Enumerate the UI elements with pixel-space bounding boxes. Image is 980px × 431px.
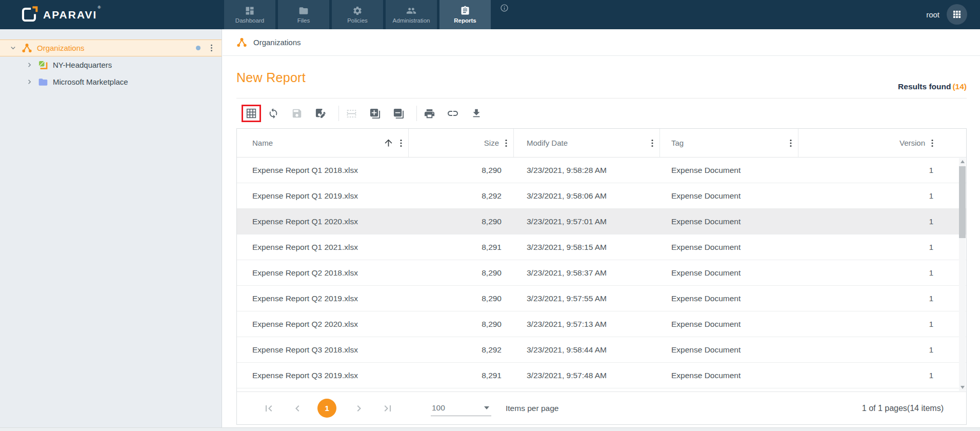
column-menu-icon[interactable] — [501, 138, 511, 148]
info-icon[interactable] — [500, 4, 509, 14]
next-page-button[interactable] — [353, 402, 365, 415]
cell-name: Expense Report Q1 2019.xlsx — [237, 191, 409, 201]
breadcrumb-item[interactable]: Organizations — [253, 38, 301, 47]
column-menu-icon[interactable] — [927, 138, 937, 148]
table-columns-button[interactable] — [245, 107, 257, 120]
toolbar-divider — [338, 106, 339, 121]
download-icon — [471, 108, 482, 119]
cell-tag: Expense Document — [660, 320, 798, 329]
user-menu[interactable]: root — [926, 0, 939, 29]
current-page-button[interactable]: 1 — [317, 399, 336, 418]
cell-version: 1 — [798, 320, 966, 329]
first-page-icon — [263, 402, 275, 415]
chevron-right-icon[interactable] — [23, 77, 36, 86]
tab-label: Dashboard — [235, 17, 264, 24]
cell-tag: Expense Document — [660, 268, 798, 278]
cell-modify-date: 3/23/2021, 9:57:01 AM — [514, 217, 660, 226]
column-label: Tag — [671, 139, 684, 147]
tree-item-organizations[interactable]: Organizations — [0, 40, 222, 56]
column-header-name[interactable]: Name — [237, 129, 409, 157]
results-count: (14) — [952, 82, 967, 91]
tab-reports[interactable]: Reports — [439, 0, 491, 29]
table-row[interactable]: Expense Report Q2 2020.xlsx8,2903/23/202… — [237, 311, 966, 337]
chevron-right-icon[interactable] — [23, 61, 36, 69]
scrollbar-thumb[interactable] — [959, 166, 966, 238]
table-row[interactable]: Expense Report Q3 2018.xlsx8,2923/23/202… — [237, 337, 966, 363]
cell-version: 1 — [798, 371, 966, 380]
cell-name: Expense Report Q2 2019.xlsx — [237, 294, 409, 303]
people-icon — [406, 6, 417, 16]
save-icon — [291, 108, 303, 119]
column-header-modify-date[interactable]: Modify Date — [514, 129, 660, 157]
apps-grid-icon — [952, 9, 962, 19]
link-button[interactable] — [447, 107, 459, 120]
column-menu-icon[interactable] — [647, 138, 657, 148]
chevron-down-icon[interactable] — [6, 44, 19, 52]
expand-all-button[interactable] — [369, 107, 381, 120]
organization-icon — [22, 43, 32, 53]
scroll-up-arrow[interactable] — [961, 160, 965, 163]
table-row[interactable]: Expense Report Q1 2021.xlsx8,2913/23/202… — [237, 234, 966, 260]
table-row[interactable]: Expense Report Q1 2018.xlsx8,2903/23/202… — [237, 158, 966, 183]
column-label: Version — [899, 139, 925, 147]
scroll-down-arrow[interactable] — [961, 386, 965, 389]
collapse-all-button[interactable] — [392, 107, 405, 120]
tree-item-microsoft-marketplace[interactable]: Microsoft Marketplace — [0, 73, 222, 90]
tab-policies[interactable]: Policies — [332, 0, 383, 29]
column-header-tag[interactable]: Tag — [660, 129, 798, 157]
previous-page-button[interactable] — [291, 402, 304, 415]
save-button — [291, 107, 303, 120]
last-page-button[interactable] — [382, 402, 394, 415]
row-layout-icon — [346, 108, 357, 120]
vertical-scrollbar[interactable] — [959, 158, 966, 391]
last-page-icon — [382, 402, 394, 415]
collapse-all-icon — [393, 108, 405, 120]
first-page-button[interactable] — [263, 402, 275, 415]
column-menu-icon[interactable] — [396, 138, 406, 148]
cell-tag: Expense Document — [660, 217, 798, 226]
column-menu-icon[interactable] — [786, 138, 796, 148]
cell-version: 1 — [798, 191, 966, 201]
cell-tag: Expense Document — [660, 371, 798, 380]
top-navbar: APARAVI® Dashboard Files Policies Admini… — [0, 0, 980, 29]
tab-files[interactable]: Files — [278, 0, 329, 29]
clipboard-icon — [460, 6, 470, 16]
cell-size: 8,290 — [409, 268, 514, 278]
table-row[interactable]: Expense Report Q2 2018.xlsx8,2903/23/202… — [237, 260, 966, 286]
dashboard-icon — [245, 6, 255, 16]
tree-item-menu-icon[interactable] — [207, 43, 216, 53]
pagination-bar: 1 100 Items per page 1 of 1 pages(14 ite… — [237, 391, 966, 424]
cell-modify-date: 3/23/2021, 9:58:44 AM — [514, 345, 660, 355]
tab-label: Policies — [347, 17, 368, 24]
cell-version: 1 — [798, 294, 966, 303]
apps-grid-button[interactable] — [947, 4, 967, 25]
table-header: Name Size — [237, 129, 966, 158]
cell-tag: Expense Document — [660, 166, 798, 175]
column-header-size[interactable]: Size — [409, 129, 514, 157]
table-row[interactable]: Expense Report Q3 2019.xlsx8,2913/23/202… — [237, 363, 966, 388]
save-edit-button[interactable] — [314, 107, 327, 120]
cell-modify-date: 3/23/2021, 9:58:06 AM — [514, 191, 660, 201]
table-row[interactable]: Expense Report Q1 2019.xlsx8,2923/23/202… — [237, 183, 966, 209]
tab-dashboard[interactable]: Dashboard — [224, 0, 275, 29]
refresh-button[interactable] — [267, 107, 279, 120]
table-row[interactable]: Expense Report Q2 2019.xlsx8,2903/23/202… — [237, 286, 966, 311]
items-per-page-select[interactable]: 100 — [431, 401, 491, 416]
tab-administration[interactable]: Administration — [386, 0, 437, 29]
table-row[interactable]: Expense Report Q1 2020.xlsx8,2903/23/202… — [237, 209, 966, 234]
results-found: Results found(14) — [898, 82, 967, 91]
expand-all-icon — [369, 108, 381, 120]
column-label: Name — [252, 139, 273, 147]
highlight-box — [242, 105, 261, 122]
items-per-page-label: Items per page — [506, 404, 558, 413]
page-title: New Report — [236, 70, 306, 85]
cell-size: 8,292 — [409, 191, 514, 201]
column-header-version[interactable]: Version — [798, 129, 966, 157]
download-button[interactable] — [470, 107, 483, 120]
tree-item-ny-headquarters[interactable]: NY-Headquarters — [0, 56, 222, 73]
cell-size: 8,290 — [409, 217, 514, 226]
cell-name: Expense Report Q1 2018.xlsx — [237, 166, 409, 175]
print-button[interactable] — [423, 107, 435, 120]
cell-version: 1 — [798, 345, 966, 355]
chevron-left-icon — [291, 402, 304, 415]
